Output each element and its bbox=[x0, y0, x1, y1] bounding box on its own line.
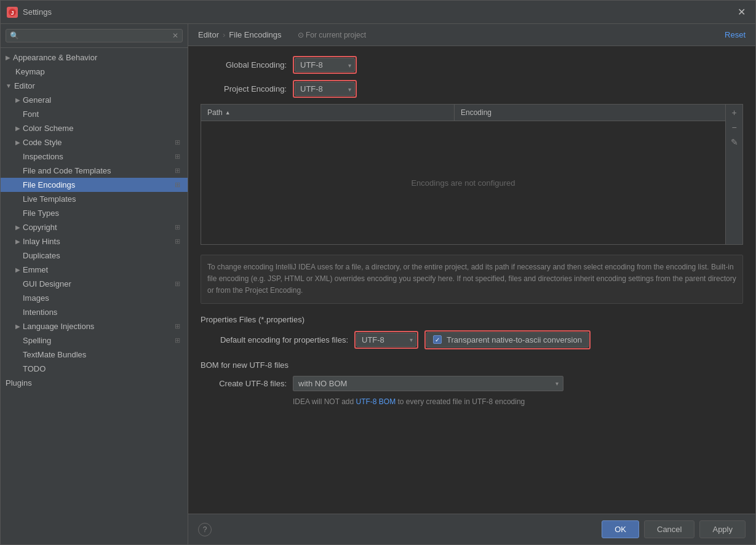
sidebar-item-code-style[interactable]: ▶ Code Style ⊞ bbox=[1, 135, 188, 149]
sidebar-item-general[interactable]: ▶ General bbox=[1, 93, 188, 107]
add-encoding-button[interactable]: + bbox=[728, 106, 741, 119]
remove-encoding-button[interactable]: − bbox=[728, 121, 741, 134]
search-icon: 🔍 bbox=[10, 31, 19, 40]
sidebar-item-color-scheme[interactable]: ▶ Color Scheme bbox=[1, 121, 188, 135]
global-encoding-select[interactable]: UTF-8 ISO-8859-1 US-ASCII bbox=[295, 58, 355, 72]
bom-section-title: BOM for new UTF-8 files bbox=[201, 360, 743, 370]
apply-button[interactable]: Apply bbox=[699, 520, 746, 538]
help-button[interactable]: ? bbox=[198, 523, 212, 536]
reset-button[interactable]: Reset bbox=[725, 30, 746, 39]
bom-select[interactable]: with NO BOM with BOM bbox=[293, 376, 563, 391]
sidebar-item-file-encodings[interactable]: File Encodings ⊞ bbox=[1, 178, 188, 192]
sidebar-item-plugins[interactable]: Plugins bbox=[1, 376, 188, 390]
sidebar-item-inlay-hints[interactable]: ▶ Inlay Hints ⊞ bbox=[1, 234, 188, 249]
edit-encoding-button[interactable]: ✎ bbox=[728, 135, 741, 149]
col-encoding-label: Encoding bbox=[461, 108, 491, 117]
sidebar-item-file-code-templates[interactable]: File and Code Templates ⊞ bbox=[1, 164, 188, 178]
sidebar-item-keymap[interactable]: Keymap bbox=[1, 65, 188, 79]
transparent-conversion-checkbox[interactable]: ✓ Transparent native-to-ascii conversion bbox=[426, 332, 589, 348]
sidebar-item-copyright[interactable]: ▶ Copyright ⊞ bbox=[1, 220, 188, 234]
properties-encoding-selector: UTF-8 ISO-8859-1 bbox=[356, 333, 416, 347]
sidebar-item-label: Inspections bbox=[23, 152, 63, 161]
encodings-table: Path ▲ Encoding Encodings are not config… bbox=[201, 104, 743, 245]
settings-icon: ⊞ bbox=[175, 237, 180, 245]
global-encoding-selector: UTF-8 ISO-8859-1 US-ASCII bbox=[295, 58, 355, 72]
window-title: Settings bbox=[23, 7, 734, 17]
sidebar-item-font[interactable]: Font bbox=[1, 107, 188, 121]
sidebar-item-label: TODO bbox=[23, 364, 46, 373]
sidebar-item-spelling[interactable]: Spelling ⊞ bbox=[1, 333, 188, 348]
sidebar-item-intentions[interactable]: Intentions bbox=[1, 305, 188, 319]
sidebar-item-file-types[interactable]: File Types bbox=[1, 206, 188, 220]
sidebar-item-label: General bbox=[23, 95, 51, 105]
create-utf8-label: Create UTF-8 files: bbox=[201, 379, 287, 388]
col-encoding: Encoding bbox=[455, 105, 725, 121]
sidebar-item-label: Keymap bbox=[15, 67, 45, 76]
close-button[interactable]: ✕ bbox=[734, 5, 749, 19]
svg-text:J: J bbox=[10, 10, 14, 16]
sidebar-item-appearance[interactable]: ▶ Appearance & Behavior bbox=[1, 50, 188, 65]
bom-note-link: UTF-8 BOM bbox=[356, 397, 396, 406]
sidebar-item-label: GUI Designer bbox=[23, 279, 71, 288]
sidebar-item-label: Duplicates bbox=[23, 251, 60, 260]
sidebar-item-inspections[interactable]: Inspections ⊞ bbox=[1, 149, 188, 164]
properties-encoding-select-wrap: UTF-8 ISO-8859-1 bbox=[354, 331, 418, 349]
checkmark-icon: ✓ bbox=[435, 336, 440, 343]
search-box: 🔍 ✕ bbox=[1, 24, 188, 48]
bom-select-wrap: with NO BOM with BOM bbox=[293, 376, 563, 391]
sidebar-item-live-templates[interactable]: Live Templates bbox=[1, 192, 188, 206]
search-input[interactable] bbox=[22, 31, 172, 40]
sidebar-item-language-injections[interactable]: ▶ Language Injections ⊞ bbox=[1, 319, 188, 333]
settings-icon: ⊞ bbox=[175, 153, 180, 161]
sidebar-item-label: Plugins bbox=[6, 378, 32, 388]
breadcrumb-parent: Editor bbox=[198, 30, 219, 39]
cancel-button[interactable]: Cancel bbox=[644, 520, 694, 538]
project-encoding-select[interactable]: UTF-8 ISO-8859-1 US-ASCII bbox=[295, 82, 355, 96]
create-utf8-row: Create UTF-8 files: with NO BOM with BOM bbox=[201, 376, 743, 391]
ok-button[interactable]: OK bbox=[602, 520, 639, 538]
sidebar-item-label: Code Style bbox=[23, 138, 62, 147]
footer-left: ? bbox=[198, 523, 602, 536]
panel-header: Editor › File Encodings ⊙ For current pr… bbox=[188, 24, 755, 46]
expand-arrow: ▶ bbox=[6, 54, 10, 61]
sidebar-item-emmet[interactable]: ▶ Emmet bbox=[1, 263, 188, 277]
sidebar-item-label: Language Injections bbox=[23, 322, 94, 331]
settings-icon: ⊞ bbox=[175, 336, 180, 344]
settings-icon: ⊞ bbox=[175, 280, 180, 288]
breadcrumb-current: File Encodings bbox=[229, 30, 281, 39]
checkbox-label: Transparent native-to-ascii conversion bbox=[447, 335, 582, 344]
sidebar-item-gui-designer[interactable]: GUI Designer ⊞ bbox=[1, 277, 188, 291]
col-path: Path ▲ bbox=[201, 105, 455, 121]
project-encoding-label: Project Encoding: bbox=[201, 84, 287, 93]
properties-encoding-select[interactable]: UTF-8 ISO-8859-1 bbox=[356, 333, 416, 347]
sidebar-item-textmate-bundles[interactable]: TextMate Bundles bbox=[1, 348, 188, 362]
sidebar-item-label: Appearance & Behavior bbox=[13, 53, 97, 62]
sidebar-item-label: File and Code Templates bbox=[23, 166, 111, 175]
sidebar-item-label: Copyright bbox=[23, 223, 57, 232]
sidebar-item-label: Font bbox=[23, 109, 39, 119]
sidebar-item-label: Spelling bbox=[23, 336, 51, 345]
search-input-wrap: 🔍 ✕ bbox=[6, 29, 183, 42]
sidebar-item-images[interactable]: Images bbox=[1, 291, 188, 305]
sidebar-item-duplicates[interactable]: Duplicates bbox=[1, 249, 188, 263]
expand-arrow: ▶ bbox=[15, 266, 20, 273]
sort-arrow: ▲ bbox=[225, 109, 231, 116]
sidebar-item-label: Color Scheme bbox=[23, 124, 73, 133]
for-project-label: ⊙ For current project bbox=[298, 31, 366, 39]
clear-icon[interactable]: ✕ bbox=[172, 31, 178, 40]
global-encoding-select-wrap: UTF-8 ISO-8859-1 US-ASCII bbox=[293, 56, 357, 74]
sidebar-item-editor[interactable]: ▼ Editor bbox=[1, 79, 188, 93]
global-encoding-row: Global Encoding: UTF-8 ISO-8859-1 US-ASC… bbox=[201, 56, 743, 74]
settings-icon: ⊞ bbox=[175, 167, 180, 175]
properties-section-title: Properties Files (*.properties) bbox=[201, 315, 743, 324]
settings-icon: ⊞ bbox=[175, 138, 180, 146]
sidebar-item-label: Images bbox=[23, 293, 49, 303]
breadcrumb-arrow: › bbox=[223, 30, 225, 39]
settings-icon: ⊞ bbox=[175, 322, 180, 330]
panel-body: Global Encoding: UTF-8 ISO-8859-1 US-ASC… bbox=[188, 46, 755, 514]
sidebar-item-todo[interactable]: TODO bbox=[1, 362, 188, 376]
bom-note-text: IDEA will NOT add bbox=[293, 397, 356, 406]
default-encoding-label: Default encoding for properties files: bbox=[201, 335, 348, 344]
sidebar-item-label: File Encodings bbox=[23, 180, 75, 189]
global-encoding-label: Global Encoding: bbox=[201, 60, 287, 70]
